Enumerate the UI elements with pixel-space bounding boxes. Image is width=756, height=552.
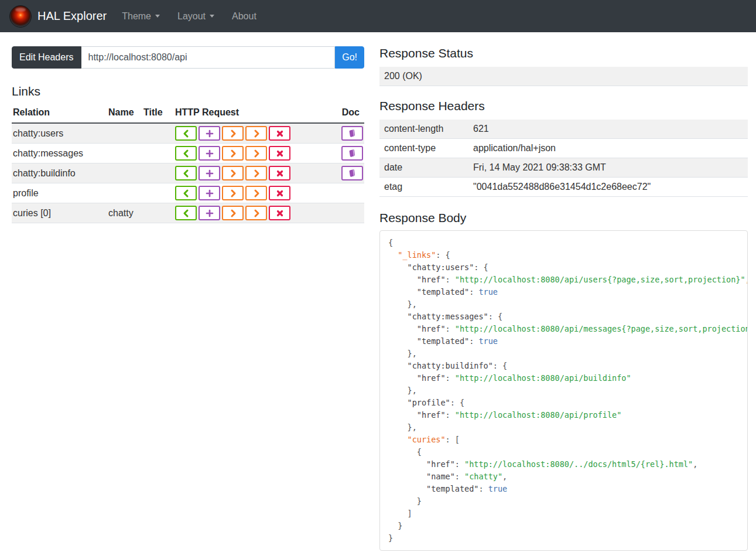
header-value: application/hal+json — [473, 139, 748, 158]
patch-button[interactable] — [245, 186, 267, 200]
go-button[interactable]: Go! — [335, 46, 364, 69]
patch-button[interactable] — [245, 146, 267, 161]
doc-button[interactable] — [341, 146, 363, 161]
get-button[interactable] — [175, 166, 197, 180]
book-icon — [348, 149, 357, 158]
code-line: "chatty:users": { — [388, 261, 739, 274]
column-header-name: Name — [107, 104, 142, 123]
header-row: dateFri, 14 May 2021 09:38:33 GMT — [379, 158, 748, 178]
table-row: curies [0]chatty — [12, 203, 364, 223]
code-line: "name": "chatty", — [388, 471, 739, 483]
table-row: chatty:buildinfo — [12, 163, 364, 183]
chevron-left-icon — [182, 169, 191, 178]
response-body-heading: Response Body — [379, 211, 748, 225]
links-table: Relation Name Title HTTP Request Doc cha… — [12, 104, 364, 223]
code-line: "templated": true — [388, 483, 739, 495]
response-headers-body: content-length621content-typeapplication… — [379, 120, 748, 197]
chevron-right-icon — [252, 169, 261, 178]
nav-item-theme[interactable]: Theme — [122, 11, 160, 22]
code-line: { — [388, 237, 739, 249]
links-table-body: chatty:userschatty:messageschatty:buildi… — [12, 123, 364, 223]
relation-cell: chatty:users — [12, 123, 107, 144]
nav-item-layout[interactable]: Layout — [177, 11, 214, 22]
response-status-value: 200 (OK) — [379, 67, 748, 86]
get-button[interactable] — [175, 186, 197, 200]
doc-cell — [328, 183, 364, 203]
code-line: "href": "http://localhost:8080/../docs/h… — [388, 458, 739, 471]
plus-icon — [205, 209, 214, 218]
code-line: { — [388, 446, 739, 458]
get-button[interactable] — [175, 206, 197, 220]
code-line: "href": "http://localhost:8080/api/build… — [388, 372, 739, 384]
header-name: date — [379, 158, 473, 178]
post-button[interactable] — [199, 206, 220, 220]
chevron-right-icon — [252, 129, 261, 138]
get-button[interactable] — [175, 146, 197, 161]
delete-button[interactable] — [269, 206, 290, 220]
brand-link[interactable]: HAL Explorer — [9, 5, 107, 28]
doc-button[interactable] — [341, 126, 363, 141]
name-cell — [107, 183, 142, 203]
header-name: content-length — [379, 120, 473, 139]
header-name: etag — [379, 178, 473, 197]
title-cell — [142, 123, 174, 144]
title-cell — [142, 183, 174, 203]
left-panel: Edit Headers Go! Links Relation Name Tit… — [12, 46, 364, 551]
doc-button[interactable] — [341, 166, 363, 180]
name-cell — [107, 163, 142, 183]
response-status-heading: Response Status — [379, 46, 748, 60]
code-line: "chatty:messages": { — [388, 311, 739, 323]
url-input[interactable] — [81, 46, 336, 69]
header-row: etag"0041da552488d86e31454d1c2e68eec72" — [379, 178, 748, 197]
delete-button[interactable] — [269, 126, 290, 141]
chevron-right-icon — [228, 169, 238, 178]
patch-button[interactable] — [245, 166, 267, 180]
patch-button[interactable] — [245, 206, 267, 220]
nav-item-label: Layout — [177, 11, 206, 22]
code-line: "templated": true — [388, 286, 739, 298]
delete-button[interactable] — [269, 146, 290, 161]
put-button[interactable] — [222, 166, 244, 180]
nav-menu: Theme Layout About — [122, 11, 274, 22]
post-button[interactable] — [199, 126, 220, 141]
nav-item-about[interactable]: About — [232, 11, 256, 22]
post-button[interactable] — [199, 186, 220, 200]
post-button[interactable] — [199, 146, 220, 161]
chevron-right-icon — [252, 209, 261, 218]
book-icon — [348, 169, 357, 178]
doc-cell — [328, 144, 364, 163]
hal-9000-eye-logo — [9, 5, 32, 28]
chevron-right-icon — [252, 189, 261, 198]
put-button[interactable] — [222, 206, 244, 220]
put-button[interactable] — [222, 126, 244, 141]
edit-headers-button[interactable]: Edit Headers — [12, 46, 81, 69]
doc-cell — [328, 203, 364, 223]
column-header-title: Title — [142, 104, 174, 123]
http-request-cell — [174, 123, 328, 144]
nav-item-label: Theme — [122, 11, 151, 22]
delete-button[interactable] — [269, 166, 290, 180]
x-icon — [276, 209, 284, 217]
code-line: } — [388, 495, 739, 507]
doc-cell — [328, 123, 364, 144]
code-line: } — [388, 532, 739, 544]
header-row: content-typeapplication/hal+json — [379, 139, 748, 158]
navbar: HAL Explorer Theme Layout About — [0, 0, 756, 32]
nav-item-label: About — [232, 11, 256, 22]
http-request-cell — [174, 163, 328, 183]
delete-button[interactable] — [269, 186, 290, 200]
code-line: "_links": { — [388, 249, 739, 261]
response-panel: Response Status 200 (OK) Response Header… — [379, 46, 748, 551]
x-icon — [276, 189, 284, 197]
post-button[interactable] — [199, 166, 220, 180]
name-cell — [107, 144, 142, 163]
get-button[interactable] — [175, 126, 197, 141]
patch-button[interactable] — [245, 126, 267, 141]
put-button[interactable] — [222, 146, 244, 161]
put-button[interactable] — [222, 186, 244, 200]
code-line: "href": "http://localhost:8080/api/profi… — [388, 409, 739, 421]
relation-cell: chatty:messages — [12, 144, 107, 163]
code-line: } — [388, 520, 739, 532]
book-icon — [348, 129, 357, 138]
plus-icon — [205, 169, 214, 178]
